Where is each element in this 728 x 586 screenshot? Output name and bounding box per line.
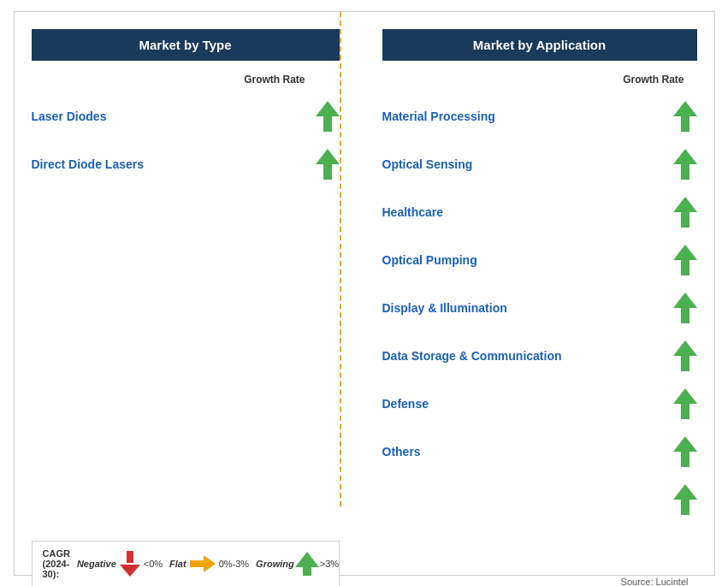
list-item: Laser Diodes [32,92,340,140]
green-arrow-up-legend-icon [298,552,317,576]
green-arrow-up-icon [673,149,697,180]
list-item: Healthcare [382,188,697,236]
left-header: Market by Type [32,29,340,61]
green-arrow-up-icon [673,101,697,132]
green-arrow-up-icon [673,245,697,275]
green-arrow-up-icon [316,149,340,180]
list-item: Direct Diode Lasers [32,140,340,188]
green-arrow-up-icon [673,388,697,419]
defense-label: Defense [382,397,429,411]
list-item: Data Storage & Communication [382,332,697,380]
list-item: Defense [382,380,697,428]
left-items-list: Laser Diodes Direct Diode Lasers [32,92,340,188]
right-panel: Market by Application Growth Rate Materi… [357,29,697,524]
green-arrow-up-icon [673,436,697,467]
material-processing-label: Material Processing [382,110,495,123]
flat-value: 0%-3% [219,559,249,569]
negative-label: Negative [77,559,116,569]
list-item [382,476,697,524]
green-arrow-up-icon [673,197,697,228]
legend-growing: Growing >3% [256,552,339,576]
right-header: Market by Application [382,29,697,61]
healthcare-label: Healthcare [382,205,444,219]
others-label: Others [382,445,421,459]
green-arrow-up-icon [673,340,697,371]
left-growth-rate-label: Growth Rate [32,74,340,86]
green-arrow-up-icon [673,293,697,323]
legend-flat: Flat 0%-3% [169,555,249,572]
legend-negative: Negative <0% [77,551,163,577]
bottom-section: CAGR (2024-30): Negative <0% Flat 0%-3% … [32,532,697,587]
vertical-divider [340,12,341,506]
legend-box: CAGR (2024-30): Negative <0% Flat 0%-3% … [32,541,340,587]
list-item: Optical Pumping [382,236,697,284]
optical-sensing-label: Optical Sensing [382,157,473,171]
left-panel: Market by Type Growth Rate Laser Diodes … [32,29,357,524]
flat-label: Flat [169,559,186,569]
laser-diodes-label: Laser Diodes [32,110,107,123]
green-arrow-up-icon [673,484,697,515]
green-arrow-up-icon [316,101,340,132]
orange-arrow-right-icon [190,555,216,572]
list-item: Others [382,428,697,476]
growing-label: Growing [256,559,294,569]
content-area: Market by Type Growth Rate Laser Diodes … [32,29,697,524]
source-text: Source: Lucintel [621,577,697,587]
display-illumination-label: Display & Illumination [382,301,507,315]
data-storage-label: Data Storage & Communication [382,349,562,363]
main-container: Market by Type Growth Rate Laser Diodes … [14,11,715,576]
negative-value: <0% [144,559,163,569]
growing-value: >3% [320,559,339,569]
list-item: Optical Sensing [382,140,697,188]
list-item: Material Processing [382,92,697,140]
right-growth-rate-label: Growth Rate [382,74,697,86]
direct-diode-lasers-label: Direct Diode Lasers [32,157,145,171]
right-items-list: Material Processing Optical Sensing Heal… [382,92,697,524]
list-item: Display & Illumination [382,284,697,332]
optical-pumping-label: Optical Pumping [382,253,477,267]
legend-title: CAGR (2024-30): [43,548,70,579]
red-arrow-down-icon [120,551,140,577]
